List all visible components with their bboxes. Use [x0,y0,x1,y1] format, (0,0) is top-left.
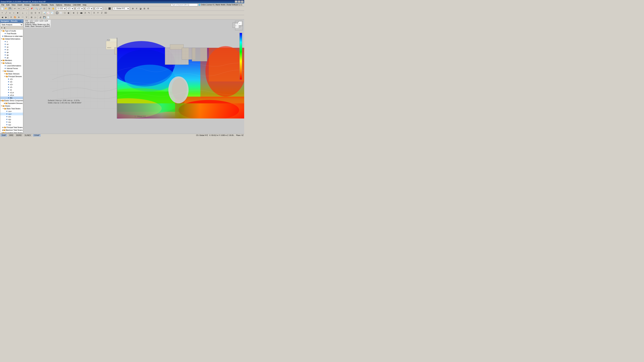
osnap-button[interactable]: OSNAP [33,134,40,136]
tree-expand-27[interactable]: ▶ [4,102,5,104]
tree-expand-37[interactable]: ▶ [2,129,3,131]
result3-button[interactable]: 📉 [50,11,54,15]
new-button[interactable]: 📄 [0,7,4,10]
copy-button[interactable]: 📋 [26,7,30,10]
tree-node-35[interactable]: εyy- [0,123,23,126]
scheme-combo[interactable]: S: CO2 [56,7,66,10]
tree-expand-15[interactable]: ▼ [2,70,4,72]
undo-button[interactable]: ↩ [13,7,17,10]
delete-button[interactable]: ✕ [38,11,41,15]
menu-assign[interactable]: Assign [23,4,31,6]
tree-node-31[interactable]: εyy+ [0,113,23,115]
close-button[interactable]: × [241,0,244,3]
wire-button[interactable]: ⬡ [63,11,66,15]
renumber-button[interactable]: ① [34,11,37,15]
x-view[interactable]: X [92,11,96,15]
result-value-button[interactable]: V [25,15,28,19]
zoom-in-button[interactable]: 🔍 [35,7,38,10]
tree-node-34[interactable]: εxy [0,121,23,123]
snap2-button[interactable]: ⊗ [72,11,76,15]
render-button[interactable]: ◪ [139,7,142,10]
tree-node-15[interactable]: ▼Stresses [0,70,23,72]
tree-expand-12[interactable]: ▼ [1,62,2,64]
menu-cadbim[interactable]: CAD-BIM [72,4,82,6]
select2-button[interactable]: ◫ [30,11,33,15]
lc4-combo[interactable]: LC4 [95,7,103,10]
rotate-button[interactable]: ↻ [48,7,51,10]
tree-node-29[interactable]: ▼Basic Total Strains [0,107,23,110]
tree-node-11[interactable]: ▶Members [0,59,23,62]
lc2-combo[interactable]: LC2 [76,7,84,10]
lc-combo[interactable]: LC1 [66,7,74,10]
tree-node-33[interactable]: εyy- [0,118,23,121]
filter-button[interactable]: ⊞ [30,15,33,19]
tree-node-25[interactable]: θm [0,96,23,99]
annotation-button[interactable]: ✎ [87,11,91,15]
tree-expand-28[interactable]: ▼ [1,105,2,107]
node-button[interactable]: • [0,11,4,15]
tree-node-21[interactable]: σ1- [0,86,23,88]
dim-button[interactable]: ◀▶ [80,11,83,15]
paste-button[interactable]: 📌 [30,7,33,10]
view-combo[interactable]: 1 - Global XYZ [113,7,130,10]
settings-button[interactable]: ⚙ [146,7,150,10]
result-prev-button[interactable]: ◀ [0,15,4,19]
line-button[interactable]: ╱ [4,11,8,15]
print-button[interactable]: 🖨 [38,15,42,19]
surface-button[interactable]: ▪ [12,11,16,15]
tree-expand-17[interactable]: ▼ [4,76,6,77]
maximize-button[interactable]: □ [238,0,240,3]
load-button[interactable]: ↓ [25,11,28,15]
save-button[interactable]: 💾 [8,7,12,10]
export-button[interactable]: 💾 [42,15,46,19]
tree-expand-38[interactable]: ▶ [2,132,3,133]
result1-button[interactable]: 📊 [42,11,46,15]
tree-node-28[interactable]: ▼Strains [0,105,23,107]
main-viewport[interactable]: CO2 - LC1 + LC2 + LC3 + LC4 Loads [kN/m]… [24,19,244,137]
tree-node-4[interactable]: u [0,40,23,43]
tree-node-10[interactable]: φz [0,56,23,59]
menu-tools[interactable]: Tools [48,4,55,6]
tree-expand-3[interactable]: ▼ [1,38,2,40]
tree-node-14[interactable]: Internal Forces [0,67,23,70]
menu-edit[interactable]: Edit [5,4,10,6]
tree-node-5[interactable]: ux [0,43,23,45]
tree-node-13[interactable]: Local Deformations [0,64,23,67]
tree-expand-29[interactable]: ▼ [2,108,4,109]
tree-node-9[interactable]: φy [0,54,23,56]
menu-view[interactable]: View [10,4,16,6]
result-color-button[interactable]: 🎨 [13,15,17,19]
tree-node-18[interactable]: σ1+ [0,78,23,80]
result2-button[interactable]: 📈 [46,11,50,15]
label-button[interactable]: A [83,11,87,15]
tree-node-2[interactable]: Differences to initial state [0,35,23,37]
result-contour-button[interactable]: ≋ [17,15,21,19]
tree-node-30[interactable]: εxx+ [0,110,23,113]
free-view[interactable]: 3D [104,11,108,15]
tree-node-0[interactable]: ▼Type of results [0,29,23,32]
menu-file[interactable]: File [0,4,5,6]
tree-node-23[interactable]: σ1,m [0,91,23,94]
tree-node-12[interactable]: ▼Surfaces [0,62,23,64]
render2-button[interactable]: ⬜ [59,11,63,15]
zoom-out-button[interactable]: 🔎 [38,7,42,10]
search-input[interactable] [171,3,198,6]
nav-collapse-button[interactable]: ▶ [3,27,6,29]
bgrid-button[interactable]: BGRID [16,134,22,136]
tree-node-7[interactable]: uz [0,48,23,51]
lc3-combo[interactable]: LC3 [86,7,93,10]
tree-expand-0[interactable]: ▼ [1,30,2,32]
member-button[interactable]: ═ [8,11,12,15]
select-all-button[interactable]: ⬛ [108,7,112,10]
nav-filter-combo[interactable]: Static Analysis [0,23,23,26]
tree-node-1[interactable]: Final Results [0,32,23,35]
tree-node-16[interactable]: ▼Basic Stresses [0,72,23,75]
perspective-button[interactable]: ◧ [67,11,70,15]
menu-insert[interactable]: Insert [16,4,23,6]
y-view[interactable]: Y [96,11,100,15]
menu-calculate[interactable]: Calculate [31,4,40,6]
tree-node-17[interactable]: ▼Principal Stresses [0,75,23,78]
cut-button[interactable]: ✂ [22,7,26,10]
tree-node-3[interactable]: ▼Global Deformations [0,37,23,40]
snap-button[interactable]: SNAP [1,134,7,136]
